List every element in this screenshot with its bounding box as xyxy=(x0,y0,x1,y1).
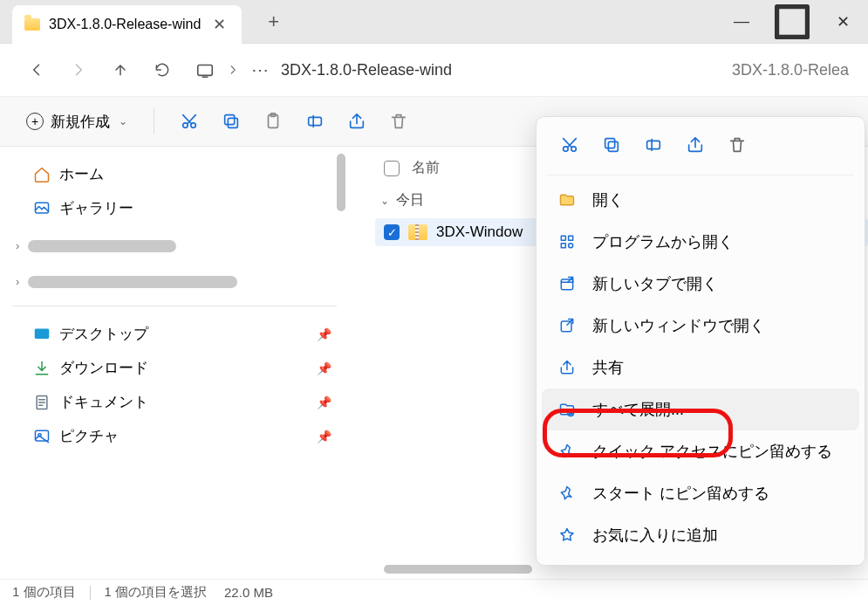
select-all-checkbox[interactable] xyxy=(384,161,400,176)
ctx-share[interactable]: 共有 xyxy=(542,347,859,388)
share-icon[interactable] xyxy=(338,104,376,139)
window-tab[interactable]: 3DX-1.8.0-Release-wind ✕ xyxy=(12,5,242,44)
svg-point-22 xyxy=(569,244,573,248)
sidebar-gallery-label: ギャラリー xyxy=(59,198,133,218)
close-button[interactable]: ✕ xyxy=(817,0,868,44)
new-tab-button[interactable]: + xyxy=(259,5,288,38)
pin-icon xyxy=(557,442,577,461)
svg-rect-19 xyxy=(561,236,565,240)
column-name-label: 名前 xyxy=(412,159,440,177)
pin-icon[interactable]: 📌 xyxy=(317,361,331,375)
sidebar-downloads-label: ダウンロード xyxy=(59,358,148,378)
new-label: 新規作成 xyxy=(51,112,110,132)
separator xyxy=(90,586,91,600)
pin-icon[interactable]: 📌 xyxy=(317,327,331,341)
ctx-open-with[interactable]: プログラムから開く xyxy=(542,221,859,263)
star-icon xyxy=(557,526,577,545)
ctx-pin-quick[interactable]: クイック アクセスにピン留めする xyxy=(542,430,859,472)
tab-close-icon[interactable]: ✕ xyxy=(209,11,229,38)
sidebar-documents-label: ドキュメント xyxy=(59,392,148,412)
search-box[interactable]: 3DX-1.8.0-Relea xyxy=(732,61,849,79)
ctx-extract-all[interactable]: すべて展開... xyxy=(542,388,859,430)
tab-title: 3DX-1.8.0-Release-wind xyxy=(49,17,201,32)
chevron-right-icon: › xyxy=(16,239,19,252)
share-icon xyxy=(557,358,577,377)
up-button[interactable] xyxy=(103,52,138,87)
new-tab-icon xyxy=(557,274,577,293)
address-text: 3DX-1.8.0-Release-wind xyxy=(281,61,452,79)
folder-open-icon xyxy=(557,190,577,210)
zip-icon xyxy=(408,224,427,240)
sidebar-scrollbar[interactable] xyxy=(335,154,347,211)
ctx-new-window-label: 新しいウィンドウで開く xyxy=(592,315,765,336)
svg-rect-10 xyxy=(36,329,49,338)
ctx-open[interactable]: 開く xyxy=(542,179,859,221)
maximize-button[interactable] xyxy=(767,0,817,44)
ctx-new-tab[interactable]: 新しいタブで開く xyxy=(542,263,859,305)
share-icon[interactable] xyxy=(680,131,711,159)
sidebar-documents[interactable]: ドキュメント 📌 xyxy=(7,385,342,419)
ctx-open-label: 開く xyxy=(592,189,624,210)
paste-icon[interactable] xyxy=(254,104,292,139)
ctx-pin-start-label: スタート にピン留めする xyxy=(592,483,769,504)
sidebar-downloads[interactable]: ダウンロード 📌 xyxy=(7,351,342,385)
open-with-icon xyxy=(557,232,577,251)
separator xyxy=(154,108,154,134)
cut-icon[interactable] xyxy=(554,131,585,159)
delete-icon[interactable] xyxy=(379,104,418,139)
sidebar-group-1[interactable]: › xyxy=(7,232,342,259)
copy-icon[interactable] xyxy=(596,131,627,159)
gallery-icon xyxy=(33,200,51,217)
copy-icon[interactable] xyxy=(212,104,250,139)
pin-icon[interactable]: 📌 xyxy=(317,395,331,409)
chevron-down-icon: ⌄ xyxy=(380,195,389,207)
svg-rect-23 xyxy=(561,279,572,290)
pin-icon xyxy=(557,484,577,503)
back-button[interactable] xyxy=(19,52,54,87)
sidebar-gallery[interactable]: ギャラリー xyxy=(7,191,342,225)
status-selection: 1 個の項目を選択 xyxy=(105,584,208,601)
sidebar-group-2[interactable]: › xyxy=(7,268,342,295)
sidebar-desktop[interactable]: デスクトップ 📌 xyxy=(7,317,342,351)
sidebar-desktop-label: デスクトップ xyxy=(59,324,148,344)
checkbox-checked-icon[interactable]: ✓ xyxy=(384,224,400,240)
download-icon xyxy=(33,360,51,377)
cut-icon[interactable] xyxy=(170,104,208,139)
ctx-add-favorite[interactable]: お気に入りに追加 xyxy=(542,514,859,556)
sidebar-home-label: ホーム xyxy=(59,164,104,184)
rename-icon[interactable] xyxy=(638,131,669,159)
ctx-share-label: 共有 xyxy=(592,357,624,378)
new-window-icon xyxy=(557,316,577,335)
placeholder xyxy=(28,240,176,252)
refresh-button[interactable] xyxy=(145,52,180,87)
new-button[interactable]: + 新規作成 ⌄ xyxy=(16,107,138,137)
address-bar[interactable]: ⋯ 3DX-1.8.0-Release-wind xyxy=(195,59,699,80)
ctx-add-fav-label: お気に入りに追加 xyxy=(592,525,718,546)
svg-rect-1 xyxy=(198,65,213,76)
forward-button[interactable] xyxy=(61,52,96,87)
context-icon-row xyxy=(542,126,859,171)
ctx-pin-quick-label: クイック アクセスにピン留めする xyxy=(592,441,832,462)
separator xyxy=(547,175,854,175)
delete-icon[interactable] xyxy=(721,131,753,159)
svg-rect-12 xyxy=(36,430,49,441)
folder-icon xyxy=(24,18,40,31)
chevron-right-icon: › xyxy=(16,275,19,288)
titlebar: 3DX-1.8.0-Release-wind ✕ + — ✕ xyxy=(0,0,868,44)
ctx-new-window[interactable]: 新しいウィンドウで開く xyxy=(542,305,859,347)
minimize-button[interactable]: — xyxy=(716,0,767,44)
rename-icon[interactable] xyxy=(296,104,334,139)
svg-rect-21 xyxy=(561,244,565,248)
svg-rect-17 xyxy=(605,139,615,148)
svg-rect-20 xyxy=(569,236,573,240)
sidebar-pictures[interactable]: ピクチャ 📌 xyxy=(7,419,342,453)
pictures-icon xyxy=(33,428,51,445)
group-label: 今日 xyxy=(396,191,424,210)
context-menu: 開く プログラムから開く 新しいタブで開く 新しいウィンドウで開く 共有 すべて… xyxy=(536,116,865,566)
svg-rect-4 xyxy=(228,118,237,127)
ctx-pin-start[interactable]: スタート にピン留めする xyxy=(542,472,859,514)
pin-icon[interactable]: 📌 xyxy=(317,430,331,443)
extract-icon xyxy=(557,400,577,419)
chevron-down-icon: ⌄ xyxy=(119,115,127,127)
sidebar-home[interactable]: ホーム xyxy=(7,157,342,191)
